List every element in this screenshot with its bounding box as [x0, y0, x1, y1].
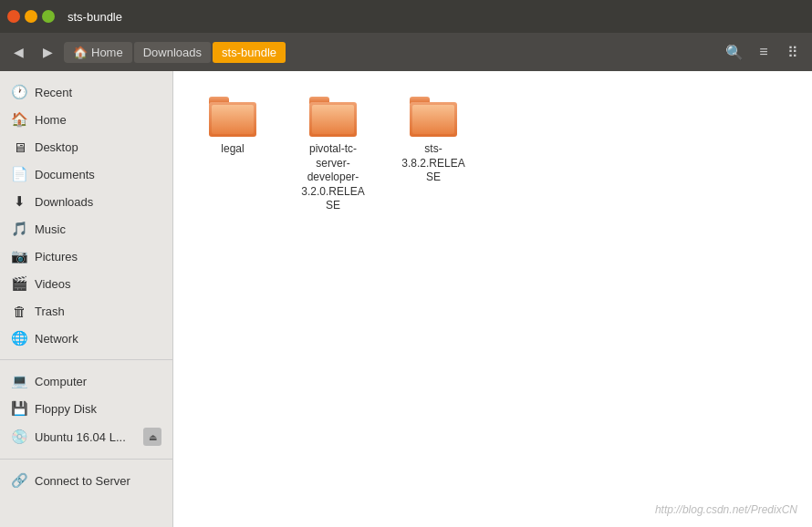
sidebar-label-documents: Documents: [35, 168, 95, 181]
sidebar-label-desktop: Desktop: [35, 140, 78, 154]
window-controls: [7, 10, 55, 23]
minimize-button[interactable]: [25, 10, 37, 23]
sidebar-label-music: Music: [35, 222, 66, 236]
window-title: sts-bundle: [68, 10, 122, 24]
file-label-pivotal: pivotal-tc-server-developer-3.2.0.RELEAS…: [299, 142, 367, 213]
sidebar-item-floppy[interactable]: 💾 Floppy Disk: [0, 395, 172, 422]
sidebar-devices-section: 💻 Computer 💾 Floppy Disk 💿 Ubuntu 16.04 …: [0, 359, 172, 451]
breadcrumb: 🏠 Home Downloads sts-bundle: [64, 42, 717, 63]
back-button[interactable]: ◀: [5, 39, 31, 65]
breadcrumb-home[interactable]: 🏠 Home: [64, 42, 132, 63]
ubuntu-icon: 💿: [11, 429, 27, 445]
sidebar-label-downloads: Downloads: [35, 195, 93, 209]
breadcrumb-downloads-label: Downloads: [143, 46, 202, 59]
sidebar-item-downloads[interactable]: ⬇ Downloads: [0, 188, 172, 215]
sidebar-connect-section: 🔗 Connect to Server: [0, 459, 172, 494]
folder-icon-sts: [410, 97, 457, 137]
documents-icon: 📄: [11, 166, 27, 182]
file-item-sts[interactable]: sts-3.8.2.RELEASE: [392, 89, 474, 221]
sidebar-item-network[interactable]: 🌐 Network: [0, 325, 172, 352]
sidebar-label-recent: Recent: [35, 86, 72, 99]
toolbar-actions: 🔍 ≡ ⠿: [721, 38, 807, 66]
eject-button[interactable]: ⏏: [143, 428, 161, 446]
sidebar-label-network: Network: [35, 332, 78, 346]
file-grid: legal pivotal-tc-server-developer-3.2.0.…: [192, 89, 794, 221]
network-icon: 🌐: [11, 330, 27, 346]
titlebar: sts-bundle: [0, 0, 812, 33]
grid-view-button[interactable]: ⠿: [779, 38, 807, 66]
close-button[interactable]: [7, 10, 20, 23]
toolbar: ◀ ▶ 🏠 Home Downloads sts-bundle 🔍 ≡ ⠿: [0, 33, 812, 71]
desktop-icon: 🖥: [11, 139, 27, 155]
sidebar-item-computer[interactable]: 💻 Computer: [0, 367, 172, 395]
home-icon: 🏠: [73, 46, 88, 59]
sidebar-item-recent[interactable]: 🕐 Recent: [0, 78, 172, 106]
sidebar-item-trash[interactable]: 🗑 Trash: [0, 297, 172, 325]
trash-icon: 🗑: [11, 303, 27, 319]
recent-icon: 🕐: [11, 84, 27, 100]
folder-icon-pivotal: [309, 97, 357, 137]
file-item-pivotal[interactable]: pivotal-tc-server-developer-3.2.0.RELEAS…: [292, 89, 374, 221]
sidebar-item-ubuntu[interactable]: 💿 Ubuntu 16.04 L... ⏏: [0, 422, 172, 451]
search-button[interactable]: 🔍: [721, 38, 748, 66]
file-label-legal: legal: [221, 142, 244, 157]
folder-icon-legal: [209, 97, 256, 137]
floppy-icon: 💾: [11, 400, 27, 417]
breadcrumb-downloads[interactable]: Downloads: [134, 42, 211, 63]
sidebar-item-documents[interactable]: 📄 Documents: [0, 160, 172, 188]
sidebar-item-connect-server[interactable]: 🔗 Connect to Server: [0, 467, 172, 494]
videos-icon: 🎬: [11, 275, 27, 292]
sidebar: 🕐 Recent 🏠 Home 🖥 Desktop 📄 Documents ⬇ …: [0, 71, 173, 527]
sidebar-item-pictures[interactable]: 📷 Pictures: [0, 243, 172, 270]
sidebar-label-connect-server: Connect to Server: [35, 474, 130, 488]
main-layout: 🕐 Recent 🏠 Home 🖥 Desktop 📄 Documents ⬇ …: [0, 71, 812, 527]
breadcrumb-home-label: Home: [91, 46, 123, 59]
sidebar-item-music[interactable]: 🎵 Music: [0, 215, 172, 243]
sidebar-label-ubuntu: Ubuntu 16.04 L...: [35, 430, 126, 444]
sidebar-label-trash: Trash: [35, 305, 65, 318]
sidebar-label-home: Home: [35, 113, 67, 127]
music-icon: 🎵: [11, 221, 27, 237]
pictures-icon: 📷: [11, 248, 27, 264]
file-item-legal[interactable]: legal: [192, 89, 274, 221]
list-view-button[interactable]: ≡: [750, 38, 777, 66]
sidebar-label-videos: Videos: [35, 277, 71, 291]
forward-button[interactable]: ▶: [35, 39, 60, 65]
connect-server-icon: 🔗: [11, 472, 27, 489]
file-area: legal pivotal-tc-server-developer-3.2.0.…: [173, 71, 812, 527]
breadcrumb-sts-bundle[interactable]: sts-bundle: [213, 42, 286, 63]
sidebar-label-computer: Computer: [35, 375, 87, 388]
sidebar-item-desktop[interactable]: 🖥 Desktop: [0, 133, 172, 160]
sidebar-label-floppy: Floppy Disk: [35, 402, 97, 416]
file-label-sts: sts-3.8.2.RELEASE: [400, 142, 467, 185]
sidebar-item-home[interactable]: 🏠 Home: [0, 106, 172, 133]
downloads-icon: ⬇: [11, 193, 27, 210]
sidebar-label-pictures: Pictures: [35, 250, 78, 264]
maximize-button[interactable]: [42, 10, 55, 23]
watermark: http://blog.csdn.net/PredixCN: [655, 503, 797, 516]
breadcrumb-sts-label: sts-bundle: [222, 46, 276, 59]
home-icon: 🏠: [11, 111, 27, 128]
sidebar-item-videos[interactable]: 🎬 Videos: [0, 270, 172, 297]
computer-icon: 💻: [11, 373, 27, 389]
